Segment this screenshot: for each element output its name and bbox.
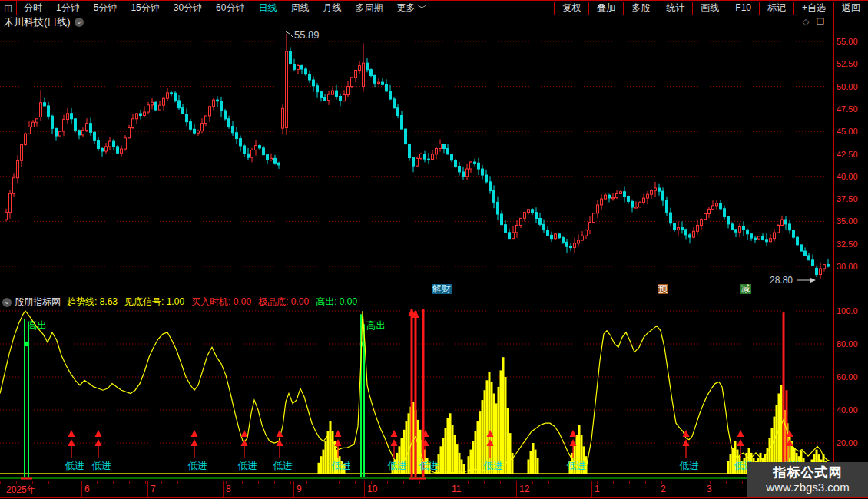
- indicator-tick-label: 100.0: [837, 306, 865, 316]
- indicator-tick-label: 80.00: [837, 339, 865, 349]
- svg-text:低进: 低进: [92, 461, 112, 471]
- month-separator: [516, 481, 517, 497]
- svg-text:55.89: 55.89: [294, 29, 320, 41]
- svg-text:低进: 低进: [188, 461, 208, 471]
- period-tab-日线[interactable]: 日线: [251, 2, 283, 15]
- month-separator: [591, 481, 592, 497]
- toolbar-button-统计[interactable]: 统计: [658, 2, 692, 15]
- month-separator: [81, 481, 82, 497]
- title-chevron-icon[interactable]: ⌄: [75, 18, 84, 27]
- svg-text:低进: 低进: [484, 461, 504, 471]
- month-label-3: 3: [707, 484, 712, 494]
- month-label-8: 8: [226, 484, 231, 494]
- period-tabs: 分时1分钟5分钟15分钟30分钟60分钟日线周线月线多周期更多 ﹀: [17, 1, 434, 15]
- toolbar-button-多股[interactable]: 多股: [623, 2, 658, 15]
- indicator-field: 极品底: 0.00: [258, 297, 309, 307]
- svg-text:低进: 低进: [65, 461, 85, 471]
- toolbar-button-F10[interactable]: F10: [727, 2, 759, 13]
- price-tick-label: 35.00: [837, 216, 865, 226]
- indicator-tick-label: 40.00: [837, 405, 865, 415]
- period-tab-多周期[interactable]: 多周期: [348, 2, 389, 15]
- toolbar-button-+自选[interactable]: +自选: [793, 2, 833, 15]
- price-tick-label: 50.00: [837, 82, 865, 91]
- event-badge-预[interactable]: 预: [658, 284, 668, 294]
- toolbar-button-返回[interactable]: 返回: [833, 2, 868, 15]
- toolbar-button-复权[interactable]: 复权: [554, 2, 588, 15]
- window-right-border[interactable]: [866, 15, 866, 497]
- indicator-chart[interactable]: 高出高出低进低进低进低进低进低进低进低进低进低进低进低进低进: [0, 307, 834, 481]
- indicator-values: 趋势线: 8.63见底信号: 1.00买入时机: 0.00极品底: 0.00高出…: [67, 297, 364, 307]
- month-label-9: 9: [297, 484, 302, 494]
- indicator-header: ⌄ 股朋指标网 趋势线: 8.63见底信号: 1.00买入时机: 0.00极品底…: [0, 297, 833, 307]
- svg-text:低进: 低进: [273, 461, 293, 471]
- month-label-7: 7: [151, 484, 156, 494]
- svg-text:高出: 高出: [28, 320, 47, 331]
- svg-text:低进: 低进: [332, 461, 352, 471]
- svg-text:低进: 低进: [567, 461, 587, 471]
- trading-app-window: ◫ 分时1分钟5分钟15分钟30分钟60分钟日线周线月线多周期更多 ﹀ 复权叠加…: [0, 0, 868, 499]
- indicator-field: 见底信号: 1.00: [124, 297, 184, 307]
- price-tick-label: 30.00: [837, 262, 865, 271]
- period-tab-周线[interactable]: 周线: [283, 2, 316, 15]
- title-bar: 禾川科技(日线) ⌄ ◇ ❒: [0, 15, 833, 29]
- toolbar-button-标记[interactable]: 标记: [759, 2, 793, 15]
- period-tab-5分钟[interactable]: 5分钟: [87, 2, 124, 15]
- svg-text:低进: 低进: [238, 461, 258, 471]
- price-tick-label: 45.00: [837, 127, 865, 136]
- stock-mode-icon[interactable]: ◫: [0, 1, 17, 15]
- svg-text:28.80: 28.80: [770, 275, 793, 286]
- month-label-12: 12: [519, 484, 529, 494]
- price-tick-label: 47.50: [837, 104, 865, 114]
- panel-icon[interactable]: ❒: [817, 17, 824, 27]
- svg-text:低进: 低进: [680, 461, 700, 471]
- period-tab-月线[interactable]: 月线: [316, 2, 348, 15]
- month-separator: [223, 481, 224, 497]
- month-separator: [364, 481, 365, 497]
- period-tab-分时[interactable]: 分时: [17, 2, 49, 15]
- indicator-field: 趋势线: 8.63: [67, 297, 118, 307]
- toolbar-actions: 复权叠加多股统计画线F10标记+自选返回: [554, 1, 868, 15]
- price-tick-label: 40.00: [837, 172, 865, 181]
- period-tab-30分钟[interactable]: 30分钟: [167, 2, 209, 15]
- month-label-10: 10: [367, 484, 377, 494]
- indicator-tick-label: 60.00: [837, 372, 865, 382]
- toolbar-button-叠加[interactable]: 叠加: [588, 2, 623, 15]
- period-tab-60分钟[interactable]: 60分钟: [209, 2, 251, 15]
- month-label-6: 6: [84, 484, 90, 494]
- price-tick-label: 32.50: [837, 240, 865, 249]
- month-separator: [293, 481, 294, 497]
- month-label-2: 2: [661, 484, 666, 494]
- watermark-site-name: 指标公式网: [774, 465, 843, 481]
- month-separator: [147, 481, 148, 497]
- svg-text:低进: 低进: [388, 461, 408, 471]
- period-tab-更多[interactable]: 更多 ﹀: [389, 2, 433, 15]
- period-tab-15分钟[interactable]: 15分钟: [124, 2, 166, 15]
- month-label-11: 11: [452, 484, 461, 494]
- indicator-tick-label: 20.00: [837, 438, 865, 448]
- month-label-1: 1: [595, 484, 600, 494]
- top-toolbar: ◫ 分时1分钟5分钟15分钟30分钟60分钟日线周线月线多周期更多 ﹀ 复权叠加…: [0, 0, 868, 15]
- candlestick-chart[interactable]: 55.8928.80: [0, 29, 834, 296]
- month-label-2025年: 2025年: [6, 484, 36, 497]
- toolbar-button-画线[interactable]: 画线: [692, 2, 727, 15]
- month-separator: [704, 481, 704, 497]
- diamond-icon[interactable]: ◇: [803, 17, 809, 27]
- watermark: 指标公式网 www.zbgs3.com: [747, 462, 868, 497]
- time-axis[interactable]: 2025年6789101112123: [0, 481, 868, 498]
- watermark-url: www.zbgs3.com: [766, 481, 849, 494]
- svg-text:高出: 高出: [366, 320, 386, 331]
- stock-title: 禾川科技(日线): [4, 15, 71, 29]
- indicator-field: 买入时机: 0.00: [191, 297, 251, 307]
- price-tick-label: 52.50: [837, 59, 865, 68]
- event-badge-解财[interactable]: 解财: [432, 284, 452, 294]
- event-badge-减[interactable]: 减: [740, 284, 751, 294]
- svg-text:低进: 低进: [419, 461, 439, 471]
- indicator-name: 股朋指标网: [15, 297, 61, 307]
- price-tick-label: 55.00: [837, 37, 865, 46]
- month-separator: [658, 481, 658, 497]
- chart-right-border: [833, 15, 834, 497]
- price-tick-label: 42.50: [837, 150, 865, 159]
- period-tab-1分钟[interactable]: 1分钟: [49, 2, 87, 15]
- indicator-chevron-icon[interactable]: ⌄: [2, 298, 12, 307]
- price-tick-label: 37.50: [837, 194, 865, 203]
